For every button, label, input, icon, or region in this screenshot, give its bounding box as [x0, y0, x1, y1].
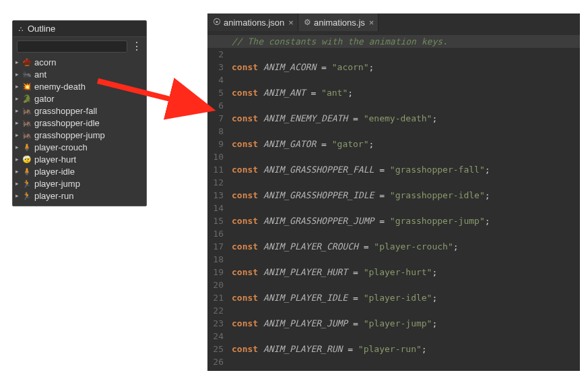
code-line: [232, 227, 580, 240]
code-line: const ANIM_GRASSHOPPER_JUMP = "grasshopp…: [232, 214, 580, 227]
line-number: 26: [207, 355, 224, 368]
tree-item-label: gator: [34, 94, 55, 104]
chevron-right-icon: ▸: [15, 168, 22, 175]
outline-title: Outline: [28, 24, 55, 34]
line-number: 25: [207, 343, 224, 355]
code-area[interactable]: // The constants with the animation keys…: [229, 31, 580, 371]
tab-bar: ⦿animations.json×⚙animations.js×: [207, 13, 580, 31]
tree-item[interactable]: ▸🦗grasshopper-fall: [15, 105, 146, 117]
editor-body: 1234567891011121314151617181920212223242…: [207, 31, 580, 371]
line-number: 16: [207, 227, 224, 240]
code-line: const ANIM_PLAYER_RUN = "player-run";: [232, 343, 580, 355]
line-number: 23: [207, 317, 224, 330]
tree-item-label: player-run: [34, 191, 74, 201]
tree-item[interactable]: ▸💥enemy-death: [15, 80, 146, 92]
code-line: const ANIM_GRASSHOPPER_FALL = "grasshopp…: [232, 163, 580, 176]
tree-item-label: player-idle: [34, 167, 75, 177]
outline-icon: ⛬: [17, 24, 25, 34]
tree-item-label: ant: [34, 69, 46, 80]
code-line: [232, 176, 580, 189]
tree-item[interactable]: ▸🧍player-crouch: [15, 141, 146, 153]
tree-item[interactable]: ▸🤕player-hurt: [15, 153, 146, 165]
line-number: 5: [207, 86, 224, 99]
code-line: [232, 48, 580, 61]
tab[interactable]: ⚙animations.js×: [298, 13, 379, 31]
code-line: [232, 279, 580, 291]
code-line: [232, 150, 580, 163]
tree-item[interactable]: ▸🧍player-idle: [15, 165, 146, 177]
tree-item-label: acorn: [34, 57, 57, 67]
sprite-icon: 🐜: [22, 70, 32, 79]
sprite-icon: 💥: [22, 82, 32, 91]
tree-item-label: player-hurt: [34, 154, 76, 165]
editor-panel: ⦿animations.json×⚙animations.js× 1234567…: [207, 13, 580, 371]
line-number: 7: [207, 112, 224, 125]
code-line: const ANIM_PLAYER_HURT = "player-hurt";: [232, 266, 580, 279]
line-number: 2: [207, 48, 224, 61]
code-line: const ANIM_ACORN = "acorn";: [232, 61, 580, 74]
close-icon[interactable]: ×: [288, 18, 294, 28]
line-number: 21: [207, 291, 224, 304]
tree-item[interactable]: ▸🌰acorn: [15, 56, 146, 68]
code-line: const ANIM_GRASSHOPPER_IDLE = "grasshopp…: [232, 189, 580, 202]
file-icon: ⚙: [304, 18, 311, 27]
tree-item[interactable]: ▸🐜ant: [15, 68, 146, 80]
tab-label: animations.js: [314, 18, 365, 28]
outline-panel: ⛬ Outline ⋮ ▸🌰acorn▸🐜ant▸💥enemy-death▸🐊g…: [12, 20, 147, 206]
tree-item-label: grasshopper-idle: [34, 118, 100, 128]
line-number: 22: [207, 304, 224, 317]
tree-item[interactable]: ▸🦗grasshopper-jump: [15, 129, 146, 141]
line-number: 14: [207, 202, 224, 214]
code-line: [232, 330, 580, 343]
file-icon: ⦿: [213, 18, 221, 27]
outline-search-input[interactable]: [17, 40, 127, 53]
code-line: const ANIM_GATOR = "gator";: [232, 138, 580, 150]
tab[interactable]: ⦿animations.json×: [207, 13, 298, 31]
tree-item-label: player-jump: [34, 179, 80, 189]
line-number: 10: [207, 150, 224, 163]
sprite-icon: 🐊: [22, 94, 32, 103]
code-line: const ANIM_PLAYER_JUMP = "player-jump";: [232, 317, 580, 330]
code-line: [232, 99, 580, 112]
sprite-icon: 🦗: [22, 119, 32, 127]
tree-item-label: grasshopper-fall: [34, 106, 97, 116]
chevron-right-icon: ▸: [15, 59, 22, 65]
outline-menu-button[interactable]: ⋮: [131, 42, 142, 51]
chevron-right-icon: ▸: [15, 144, 22, 150]
chevron-right-icon: ▸: [15, 71, 22, 78]
code-line: [232, 74, 580, 86]
chevron-right-icon: ▸: [15, 107, 22, 114]
outline-search-row: ⋮: [13, 37, 146, 56]
tree-item[interactable]: ▸🏃player-run: [15, 190, 146, 202]
code-line: // The constants with the animation keys…: [232, 35, 580, 48]
chevron-right-icon: ▸: [15, 95, 22, 102]
chevron-right-icon: ▸: [15, 180, 22, 187]
line-number: 9: [207, 138, 224, 150]
tree-item-label: player-crouch: [34, 142, 88, 152]
sprite-icon: 🦗: [22, 107, 32, 115]
line-number: 4: [207, 74, 224, 86]
code-line: [232, 304, 580, 317]
code-line: [232, 202, 580, 214]
tree-item[interactable]: ▸🏃player-jump: [15, 177, 146, 190]
line-number: 11: [207, 163, 224, 176]
line-number: 13: [207, 189, 224, 202]
line-number: 20: [207, 279, 224, 291]
line-number: 18: [207, 253, 224, 266]
tree-item-label: enemy-death: [34, 82, 86, 92]
outline-header: ⛬ Outline: [13, 21, 146, 37]
close-icon[interactable]: ×: [369, 18, 374, 28]
sprite-icon: 🧍: [22, 143, 32, 152]
tree-item-label: grasshopper-jump: [34, 130, 105, 140]
sprite-icon: 🤕: [22, 155, 32, 164]
tree-item[interactable]: ▸🐊gator: [15, 92, 146, 105]
line-number: 15: [207, 214, 224, 227]
line-number: 17: [207, 240, 224, 253]
sprite-icon: 🌰: [22, 58, 32, 67]
sprite-icon: 🧍: [22, 167, 32, 176]
tab-label: animations.json: [224, 18, 284, 28]
sprite-icon: 🦗: [22, 131, 32, 140]
gutter: 1234567891011121314151617181920212223242…: [207, 31, 229, 371]
code-line: [232, 253, 580, 266]
tree-item[interactable]: ▸🦗grasshopper-idle: [15, 117, 146, 129]
